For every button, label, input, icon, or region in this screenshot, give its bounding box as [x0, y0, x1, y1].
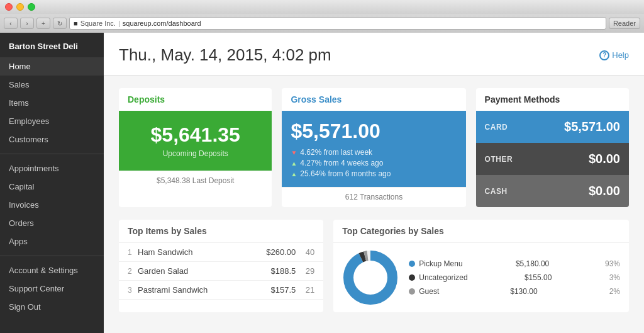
sidebar-item-home[interactable]: Home [0, 57, 104, 76]
close-button[interactable] [5, 3, 13, 11]
new-tab-button[interactable]: + [36, 18, 50, 29]
deposits-card: Deposits $5,641.35 Upcoming Deposits $5,… [119, 88, 272, 207]
site-name: Square Inc. [80, 20, 116, 27]
item-name-3: Pastrami Sandwich [138, 285, 258, 295]
legend-label-2: Uncategorized [419, 273, 467, 282]
dashboard-body: Deposits $5,641.35 Upcoming Deposits $5,… [104, 76, 644, 325]
neg-icon-1: ▼ [291, 149, 297, 156]
sidebar-item-items[interactable]: Items [0, 94, 104, 112]
sidebar-item-invoices[interactable]: Invoices [0, 196, 104, 214]
items-table: 1 Ham Sandwich $260.00 40 2 Garden Salad… [119, 243, 323, 300]
item-price-3: $157.5 [258, 285, 296, 295]
minimize-button[interactable] [16, 3, 24, 11]
reader-button[interactable]: Reader [609, 18, 640, 29]
sidebar-item-capital[interactable]: Capital [0, 178, 104, 196]
sidebar-item-customers[interactable]: Customers [0, 130, 104, 149]
table-row: 3 Pastrami Sandwich $157.5 21 [119, 281, 323, 300]
sidebar-item-account-settings[interactable]: Account & Settings [0, 261, 104, 279]
pos-icon-3: ▲ [291, 171, 297, 178]
item-name-1: Ham Sandwich [138, 247, 258, 257]
donut-chart [342, 249, 399, 306]
url-bar[interactable]: ■ Square Inc. | squareup.com/dashboard [69, 17, 606, 30]
categories-legend: Pickup Menu $5,180.00 93% Uncategorized [409, 257, 620, 298]
sidebar-item-sales[interactable]: Sales [0, 76, 104, 94]
back-button[interactable]: ‹ [4, 18, 18, 29]
sidebar-item-appointments[interactable]: Appointments [0, 159, 104, 178]
legend-label-3: Guest [419, 287, 439, 296]
reload-button[interactable]: ↻ [53, 18, 67, 29]
payment-row-other: OTHER $0.00 [476, 143, 629, 175]
page-title: Thu., May. 14, 2015, 4:02 pm [119, 45, 331, 65]
sidebar-item-employees[interactable]: Employees [0, 112, 104, 130]
gross-stat-2: ▲ 4.27% from 4 weeks ago [291, 159, 457, 167]
payment-methods-header: Payment Methods [476, 88, 629, 111]
payment-value-card: $5,571.00 [564, 120, 620, 134]
gross-stat-text-3: 25.64% from 6 months ago [300, 169, 391, 178]
legend-dot-3 [409, 288, 415, 295]
sidebar-nav: Home Sales Items Employees Customers App… [0, 57, 104, 316]
item-count-3: 21 [296, 285, 314, 295]
gross-stat-1: ▼ 4.62% from last week [291, 148, 457, 157]
gross-footer: 612 Transactions [282, 187, 465, 206]
item-price-1: $260.00 [258, 247, 296, 257]
sidebar-item-apps[interactable]: Apps [0, 232, 104, 251]
gross-sales-card: Gross Sales $5,571.00 ▼ 4.62% from last … [282, 88, 465, 207]
deposits-amount-box: $5,641.35 Upcoming Deposits [119, 111, 272, 171]
gross-stat-3: ▲ 25.64% from 6 months ago [291, 169, 457, 178]
payment-value-cash: $0.00 [589, 184, 620, 198]
favicon: ■ [74, 20, 78, 27]
item-num-3: 3 [128, 286, 138, 295]
legend-value-1: $5,180.00 [514, 259, 549, 268]
payment-label-other: OTHER [485, 155, 513, 164]
legend-row-2: Uncategorized $155.00 3% [409, 271, 620, 285]
help-icon: ? [599, 50, 609, 60]
legend-value-2: $155.00 [517, 273, 552, 282]
svg-point-4 [354, 261, 387, 294]
payment-row-card: CARD $5,571.00 [476, 111, 629, 143]
gross-amount-box: $5,571.00 ▼ 4.62% from last week ▲ 4.27%… [282, 111, 465, 187]
deposits-amount: $5,641.35 [128, 123, 263, 147]
legend-pct-3: 2% [601, 287, 620, 296]
legend-row-1: Pickup Menu $5,180.00 93% [409, 257, 620, 271]
legend-value-3: $130.00 [503, 287, 538, 296]
item-num-2: 2 [128, 267, 138, 276]
categories-content: Pickup Menu $5,180.00 93% Uncategorized [333, 243, 629, 312]
table-row: 2 Garden Salad $188.5 29 [119, 262, 323, 281]
url-text: squareup.com/dashboard [123, 20, 201, 27]
top-items-header: Top Items by Sales [119, 220, 323, 243]
help-button[interactable]: ? Help [599, 50, 629, 60]
legend-dot-2 [409, 274, 415, 281]
table-row: 1 Ham Sandwich $260.00 40 [119, 243, 323, 262]
top-items-card: Top Items by Sales 1 Ham Sandwich $260.0… [119, 220, 323, 312]
legend-pct-2: 3% [601, 273, 620, 282]
top-categories-header: Top Categories by Sales [333, 220, 629, 243]
cards-row: Deposits $5,641.35 Upcoming Deposits $5,… [119, 88, 629, 207]
sidebar-divider-1 [0, 154, 104, 154]
sidebar-item-orders[interactable]: Orders [0, 214, 104, 232]
payment-row-cash: CASH $0.00 [476, 175, 629, 207]
item-count-2: 29 [296, 266, 314, 276]
gross-amount: $5,571.00 [291, 120, 457, 143]
gross-stat-text-1: 4.62% from last week [300, 148, 372, 157]
sidebar: Barton Street Deli Home Sales Items Empl… [0, 33, 104, 333]
maximize-button[interactable] [28, 3, 35, 11]
payment-label-card: CARD [485, 123, 508, 132]
sidebar-divider-2 [0, 256, 104, 256]
sidebar-item-signout[interactable]: Sign Out [0, 298, 104, 316]
item-count-1: 40 [296, 247, 314, 257]
deposits-header: Deposits [119, 88, 272, 111]
deposits-footer: $5,348.38 Last Deposit [119, 171, 272, 190]
sidebar-item-support[interactable]: Support Center [0, 279, 104, 298]
sidebar-brand: Barton Street Deli [0, 33, 104, 57]
gross-stat-text-2: 4.27% from 4 weeks ago [300, 159, 383, 167]
bottom-row: Top Items by Sales 1 Ham Sandwich $260.0… [119, 220, 629, 312]
item-name-2: Garden Salad [138, 266, 258, 276]
donut-svg [342, 249, 399, 306]
main-content: Thu., May. 14, 2015, 4:02 pm ? Help Depo… [104, 33, 644, 333]
help-label: Help [612, 50, 629, 60]
item-price-2: $188.5 [258, 266, 296, 276]
main-header: Thu., May. 14, 2015, 4:02 pm ? Help [104, 33, 644, 76]
forward-button[interactable]: › [20, 18, 34, 29]
legend-label-1: Pickup Menu [419, 259, 462, 268]
top-categories-card: Top Categories by Sales [333, 220, 629, 312]
